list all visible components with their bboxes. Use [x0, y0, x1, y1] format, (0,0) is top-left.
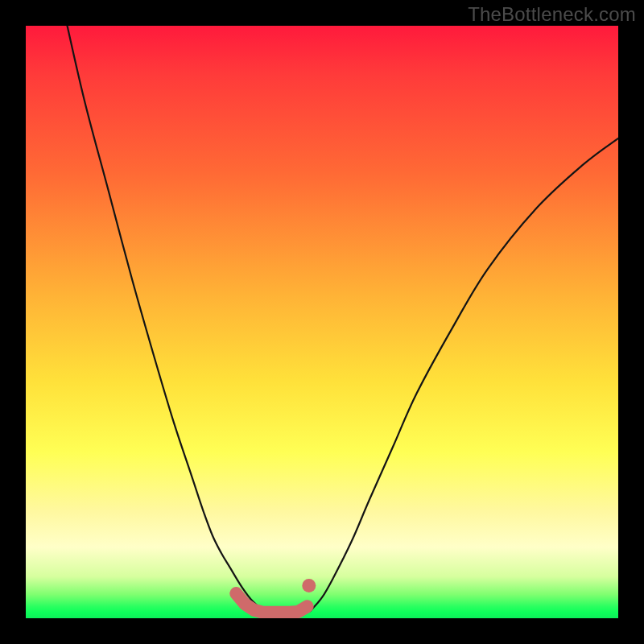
chart-svg	[26, 26, 618, 618]
plot-area	[26, 26, 618, 618]
trough-end-dot	[302, 579, 316, 592]
chart-frame	[26, 26, 618, 618]
watermark-text: TheBottleneck.com	[468, 3, 636, 26]
left-curve	[68, 26, 263, 611]
trough-marker-stroke	[236, 593, 307, 613]
right-curve	[310, 138, 618, 611]
